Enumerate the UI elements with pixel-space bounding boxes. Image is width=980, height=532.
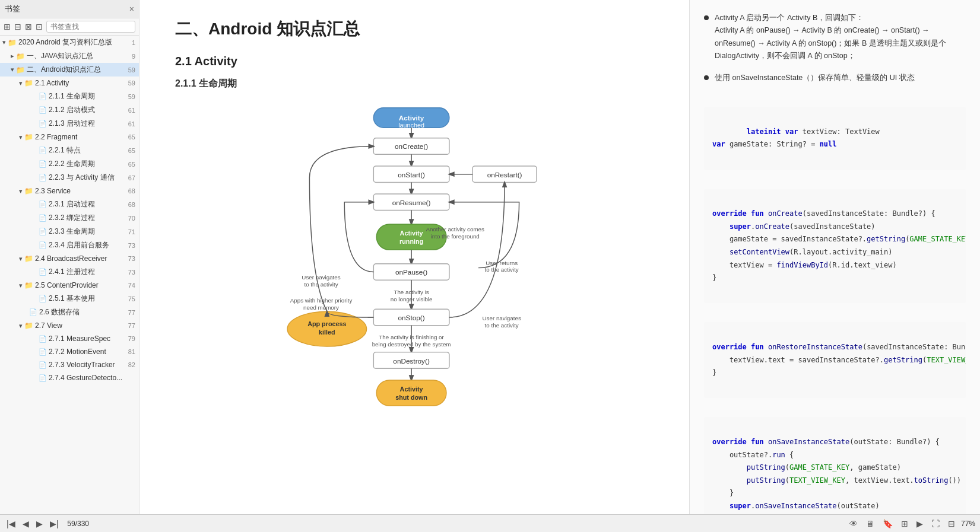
nav-label: 2.7.1 MeasureSpec [49, 335, 123, 343]
layout-icon[interactable]: ⊟ [946, 519, 957, 528]
table-icon[interactable]: ⊞ [899, 519, 911, 528]
main-content: 二、Android 知识点汇总 2.1 Activity 2.1.1 生命周期 … [139, 0, 980, 514]
sidebar-item-s25[interactable]: ▾📁2.5 ContentProvider74 [0, 279, 139, 292]
nav-label: 2.7.4 GestureDetecto... [49, 374, 123, 382]
prev-page-button[interactable]: ◀ [21, 519, 31, 528]
sidebar-item-s222[interactable]: 📄2.2.2 生命周期65 [0, 157, 139, 171]
zoom-level: 77% [961, 520, 975, 528]
code-block-2: override fun onCreate(savedInstanceState… [704, 189, 966, 304]
bullet-text-2: 使用 onSaveInstanceState（）保存简单、轻量级的 UI 状态 [715, 72, 966, 84]
sidebar-item-s233[interactable]: 📄2.3.3 生命周期71 [0, 225, 139, 238]
nav-label: 2.5.1 基本使用 [49, 294, 123, 304]
sidebar-item-s21[interactable]: ▾📁2.1 Activity59 [0, 77, 139, 90]
svg-text:need memory: need memory [303, 304, 339, 311]
nav-label: 2.2.1 特点 [49, 145, 123, 155]
nav-label: 2.5 ContentProvider [35, 281, 123, 289]
bookmark-icon[interactable]: 🔖 [880, 519, 895, 528]
svg-text:shut down: shut down [395, 394, 427, 401]
toolbar-icon-4[interactable]: ⊡ [36, 22, 43, 31]
nav-label: 2.4.1 注册过程 [49, 267, 123, 277]
nav-label: 2.3.2 绑定过程 [49, 213, 123, 223]
last-page-button[interactable]: ▶| [48, 519, 61, 528]
chapter-title: 二、Android 知识点汇总 [175, 18, 654, 40]
nav-label: 2.2.2 生命周期 [49, 159, 123, 169]
nav-badge: 65 [123, 147, 135, 154]
nav-badge: 73 [123, 242, 135, 249]
sidebar-item-s273[interactable]: 📄2.7.3 VelocityTracker82 [0, 358, 139, 371]
nav-badge: 82 [123, 361, 135, 368]
sidebar-item-s271[interactable]: 📄2.7.1 MeasureSpec79 [0, 332, 139, 345]
nav-badge: 65 [123, 133, 135, 141]
bullet-text-1: Activity A 启动另一个 Activity B，回调如下： Activi… [715, 12, 966, 62]
section-title: 2.1 Activity [175, 55, 654, 68]
toolbar-icon-1[interactable]: ⊞ [4, 22, 11, 31]
sidebar-item-s23[interactable]: ▾📁2.3 Service68 [0, 184, 139, 197]
sidebar-toolbar: ⊞ ⊟ ⊠ ⊡ [0, 18, 139, 36]
bullet-2: 使用 onSaveInstanceState（）保存简单、轻量级的 UI 状态 [704, 72, 966, 84]
nav-badge: 74 [123, 282, 135, 289]
nav-label: 2.1 Activity [35, 79, 123, 87]
sidebar-item-s24[interactable]: ▾📁2.4 BroadcastReceiver73 [0, 252, 139, 265]
code-block-4: override fun onSaveInstanceState(outStat… [704, 417, 966, 514]
sidebar-item-s241[interactable]: 📄2.4.1 注册过程73 [0, 265, 139, 279]
sidebar-item-s223[interactable]: 📄2.2.3 与 Activity 通信67 [0, 171, 139, 184]
nav-badge: 77 [123, 309, 135, 316]
sidebar: 书签 × ⊞ ⊟ ⊠ ⊡ ▾📁2020 Android 复习资料汇总版1▸📁一、… [0, 0, 139, 514]
sidebar-close-button[interactable]: × [129, 4, 134, 14]
svg-text:onCreate(): onCreate() [395, 142, 428, 150]
eye-icon[interactable]: 👁 [847, 519, 860, 528]
sidebar-item-s274[interactable]: 📄2.7.4 GestureDetecto... [0, 371, 139, 384]
svg-text:onDestroy(): onDestroy() [393, 357, 430, 365]
display-icon[interactable]: 🖥 [864, 519, 877, 528]
doc-area: 二、Android 知识点汇总 2.1 Activity 2.1.1 生命周期 … [139, 0, 689, 514]
right-panel: Activity A 启动另一个 Activity B，回调如下： Activi… [689, 0, 980, 514]
next-page-button[interactable]: ▶ [34, 519, 45, 528]
sidebar-search-box[interactable] [46, 21, 135, 33]
sidebar-item-ch1[interactable]: ▸📁一、JAVA知识点汇总9 [0, 49, 139, 63]
nav-badge: 73 [123, 255, 135, 262]
sidebar-item-s251[interactable]: 📄2.5.1 基本使用75 [0, 292, 139, 305]
nav-badge: 65 [123, 161, 135, 168]
nav-label: 2.3.4 启用前台服务 [49, 240, 123, 250]
sidebar-item-s221[interactable]: 📄2.2.1 特点65 [0, 144, 139, 157]
svg-text:onPause(): onPause() [395, 268, 427, 276]
sidebar-item-s231[interactable]: 📄2.3.1 启动过程68 [0, 197, 139, 211]
svg-text:onStop(): onStop() [398, 314, 425, 321]
nav-label: 2.2.3 与 Activity 通信 [49, 173, 123, 183]
sidebar-item-s22[interactable]: ▾📁2.2 Fragment65 [0, 130, 139, 144]
svg-text:onResume(): onResume() [392, 199, 431, 206]
nav-label: 2.1.3 启动过程 [49, 119, 123, 129]
toolbar-icon-2[interactable]: ⊟ [14, 22, 21, 31]
sidebar-item-s272[interactable]: 📄2.7.2 MotionEvent81 [0, 345, 139, 358]
bullet-dot-2 [704, 75, 709, 80]
nav-label: 2.4 BroadcastReceiver [35, 254, 123, 263]
sidebar-item-s213[interactable]: 📄2.1.3 启动过程61 [0, 117, 139, 130]
nav-label: 2.1.2 启动模式 [49, 105, 123, 115]
sidebar-item-s212[interactable]: 📄2.1.2 启动模式61 [0, 103, 139, 117]
toolbar-icon-3[interactable]: ⊠ [25, 22, 32, 31]
nav-badge: 71 [123, 228, 135, 235]
svg-text:Activity: Activity [400, 386, 423, 393]
nav-badge: 9 [123, 53, 135, 60]
nav-label: 2.2 Fragment [35, 133, 123, 141]
sidebar-item-s234[interactable]: 📄2.3.4 启用前台服务73 [0, 238, 139, 252]
fullscreen-icon[interactable]: ⛶ [929, 519, 942, 528]
sidebar-item-s232[interactable]: 📄2.3.2 绑定过程70 [0, 211, 139, 225]
nav-badge: 68 [123, 201, 135, 208]
nav-label: 2.7 View [35, 321, 123, 330]
nav-label: 2.7.2 MotionEvent [49, 348, 123, 356]
nav-badge: 73 [123, 269, 135, 276]
sidebar-item-ch2[interactable]: ▾📁二、Android知识点汇总59 [0, 63, 139, 77]
sidebar-item-s211[interactable]: 📄2.1.1 生命周期59 [0, 90, 139, 103]
first-page-button[interactable]: |◀ [5, 519, 17, 528]
sidebar-item-s27[interactable]: ▾📁2.7 View77 [0, 319, 139, 332]
svg-text:running: running [399, 238, 423, 245]
svg-text:User navigates: User navigates [482, 315, 521, 321]
sidebar-item-s26[interactable]: 📄2.6 数据存储77 [0, 305, 139, 319]
nav-label: 2.3.1 启动过程 [49, 199, 123, 209]
svg-text:onRestart(): onRestart() [487, 171, 522, 179]
sidebar-item-root[interactable]: ▾📁2020 Android 复习资料汇总版1 [0, 36, 139, 49]
play-icon[interactable]: ▶ [914, 519, 925, 528]
nav-badge: 61 [123, 120, 135, 128]
search-input[interactable] [50, 23, 131, 31]
